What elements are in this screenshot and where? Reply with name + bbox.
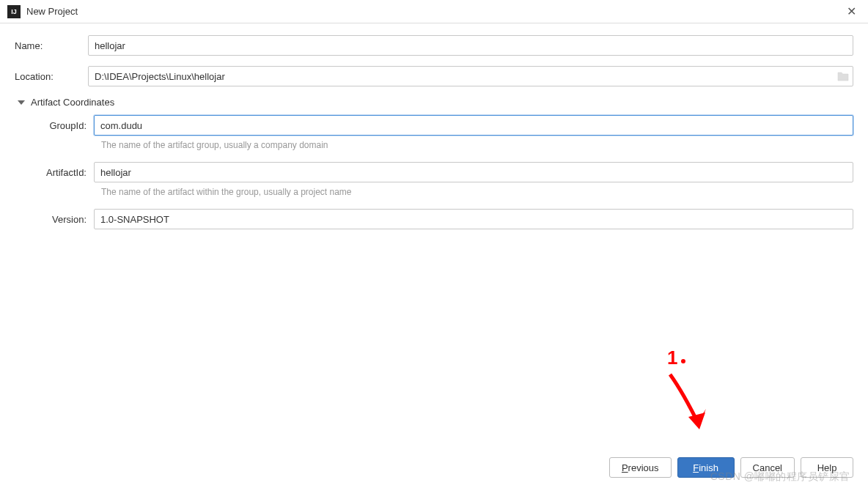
groupid-label: GroupId: bbox=[21, 120, 94, 131]
groupid-row: GroupId: bbox=[21, 115, 853, 136]
button-bar: Previous Finish Cancel Help bbox=[609, 457, 853, 478]
close-icon[interactable]: ✕ bbox=[842, 4, 861, 18]
name-row: Name: bbox=[15, 35, 853, 56]
location-label: Location: bbox=[15, 71, 88, 82]
dialog-content: Name: Location: Artifact Coordinates Gro… bbox=[0, 23, 868, 229]
location-input[interactable] bbox=[88, 66, 853, 86]
groupid-input[interactable] bbox=[94, 115, 853, 136]
window-title: New Project bbox=[26, 6, 842, 17]
version-label: Version: bbox=[21, 214, 94, 225]
artifact-coordinates-toggle[interactable]: Artifact Coordinates bbox=[15, 97, 853, 108]
version-input[interactable] bbox=[94, 209, 853, 229]
artifact-section: GroupId: The name of the artifact group,… bbox=[21, 115, 853, 229]
name-input[interactable] bbox=[88, 35, 853, 56]
version-row: Version: bbox=[21, 209, 853, 229]
finish-button[interactable]: Finish bbox=[677, 457, 735, 478]
app-icon: IJ bbox=[7, 5, 21, 18]
artifactid-hint: The name of the artifact within the grou… bbox=[101, 187, 853, 197]
annotation-number: 1 bbox=[667, 347, 677, 369]
svg-point-0 bbox=[681, 359, 685, 363]
location-row: Location: bbox=[15, 66, 853, 86]
arrow-annotation: 1 bbox=[648, 345, 721, 448]
previous-button[interactable]: Previous bbox=[609, 457, 672, 478]
artifactid-input[interactable] bbox=[94, 162, 853, 182]
name-label: Name: bbox=[15, 40, 88, 51]
chevron-down-icon bbox=[18, 100, 25, 105]
help-button[interactable]: Help bbox=[801, 457, 853, 478]
folder-browse-icon[interactable] bbox=[837, 71, 849, 81]
svg-marker-1 bbox=[688, 413, 705, 429]
titlebar: IJ New Project ✕ bbox=[0, 0, 868, 23]
section-title: Artifact Coordinates bbox=[31, 97, 114, 108]
groupid-hint: The name of the artifact group, usually … bbox=[101, 140, 853, 150]
artifactid-label: ArtifactId: bbox=[21, 167, 94, 178]
artifactid-row: ArtifactId: bbox=[21, 162, 853, 182]
cancel-button[interactable]: Cancel bbox=[740, 457, 795, 478]
